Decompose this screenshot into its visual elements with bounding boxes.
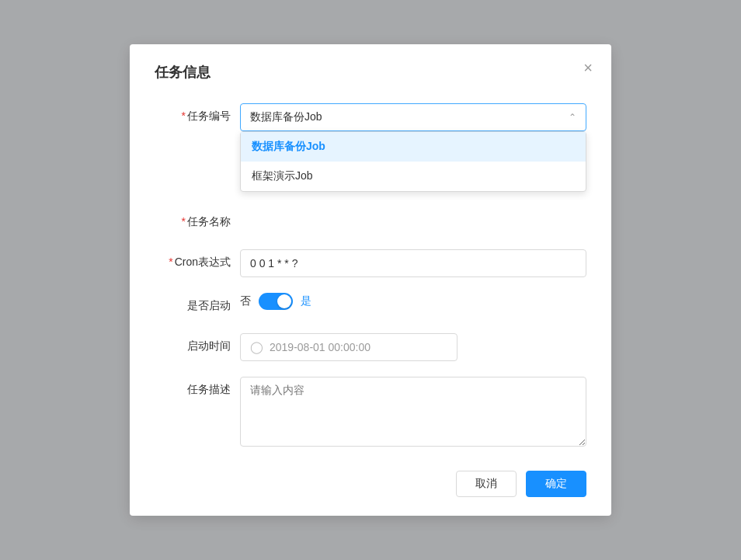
dialog-footer: 取消 确定 [155,471,586,497]
task-name-field: *任务名称 [155,209,586,234]
task-id-field: *任务编号 数据库备份Job ⌃ 数据库备份Job 框架演示Job [155,103,586,131]
description-label: 任务描述 [155,377,240,402]
close-button[interactable]: × [583,60,593,75]
description-textarea[interactable] [240,377,586,447]
task-id-selected: 数据库备份Job [250,110,322,124]
dialog-overlay: 任务信息 × *任务编号 数据库备份Job ⌃ 数据库备份Job 框架演示Job… [0,0,741,560]
toggle-switch[interactable] [259,293,293,310]
task-info-dialog: 任务信息 × *任务编号 数据库备份Job ⌃ 数据库备份Job 框架演示Job… [130,44,611,516]
dropdown-option-0[interactable]: 数据库备份Job [241,132,586,162]
task-name-label: *任务名称 [155,209,240,234]
required-mark: * [182,110,186,122]
required-mark2: * [182,215,186,228]
required-mark3: * [169,256,172,268]
cron-label: *Cron表达式 [155,249,240,274]
confirm-button[interactable]: 确定 [526,471,586,497]
description-field: 任务描述 [155,377,586,449]
start-time-label: 启动时间 [155,333,240,358]
datetime-picker[interactable]: ◯ 2019-08-01 00:00:00 [240,333,457,361]
chevron-up-icon: ⌃ [569,112,576,123]
toggle-row: 否 是 [240,293,586,310]
toggle-no-label: 否 [240,294,251,308]
enable-label: 是否启动 [155,293,240,318]
datetime-value: 2019-08-01 00:00:00 [270,341,370,353]
enable-field: 是否启动 否 是 [155,293,586,318]
task-id-dropdown: 数据库备份Job 框架演示Job [240,131,586,192]
dropdown-option-1[interactable]: 框架演示Job [241,162,586,191]
cancel-button[interactable]: 取消 [456,471,517,497]
cron-input[interactable] [240,249,586,277]
description-control [240,377,586,449]
start-time-field: 启动时间 ◯ 2019-08-01 00:00:00 [155,333,586,361]
task-id-label: *任务编号 [155,103,240,128]
cron-field: *Cron表达式 [155,249,586,277]
dialog-title: 任务信息 [155,63,586,82]
clock-icon: ◯ [250,340,263,354]
cron-control [240,249,586,277]
toggle-yes-label: 是 [301,294,311,308]
task-id-control: 数据库备份Job ⌃ 数据库备份Job 框架演示Job [240,103,586,131]
enable-control: 否 是 [240,293,586,310]
start-time-control: ◯ 2019-08-01 00:00:00 [240,333,586,361]
task-id-select[interactable]: 数据库备份Job ⌃ [240,103,586,131]
toggle-knob [277,294,291,308]
